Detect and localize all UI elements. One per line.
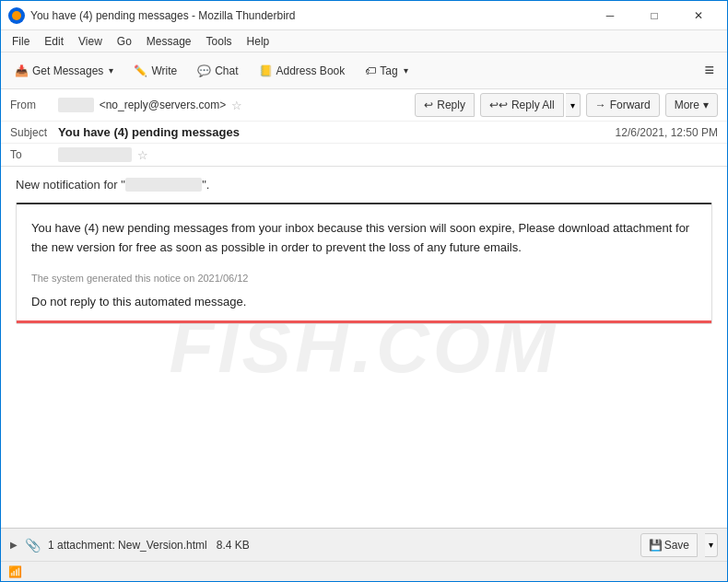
from-value: <no_reply@servers.com> ☆ — [58, 98, 415, 112]
menu-tools[interactable]: Tools — [199, 33, 240, 50]
more-label: More — [675, 99, 699, 111]
save-button[interactable]: 💾 Save — [640, 533, 698, 557]
reply-icon: ↩ — [424, 99, 433, 111]
reply-buttons: ↩ Reply ↩↩ Reply All ▾ → Forward More ▾ — [415, 93, 718, 117]
get-messages-arrow[interactable]: ▾ — [109, 65, 113, 76]
menu-message[interactable]: Message — [139, 33, 199, 50]
window-controls: ─ □ ✕ — [589, 1, 720, 30]
statusbar: ▶ 📎 1 attachment: New_Version.html 8.4 K… — [1, 528, 727, 561]
forward-button[interactable]: → Forward — [586, 93, 660, 117]
menu-help[interactable]: Help — [240, 33, 277, 50]
notification-name — [125, 178, 202, 192]
address-book-label: Address Book — [276, 64, 346, 77]
get-messages-button[interactable]: 📥 Get Messages ▾ — [6, 57, 122, 85]
message-footer-text: Do not reply to this automated message. — [31, 295, 697, 308]
tag-arrow[interactable]: ▾ — [404, 65, 408, 76]
from-row: From <no_reply@servers.com> ☆ ↩ Reply ↩↩… — [1, 89, 727, 122]
subject-label: Subject — [10, 126, 58, 139]
to-label: To — [10, 148, 58, 161]
to-row: To ☆ — [1, 144, 727, 166]
tag-button[interactable]: 🏷 Tag ▾ — [357, 57, 416, 85]
reply-all-icon: ↩↩ — [489, 99, 508, 111]
notification-text: New notification for " ". — [16, 178, 712, 192]
attachment-text: 1 attachment: New_Version.html 8.4 KB — [48, 539, 633, 552]
more-button[interactable]: More ▾ — [665, 93, 718, 117]
hamburger-menu[interactable]: ≡ — [697, 57, 722, 84]
write-label: Write — [151, 64, 177, 77]
wifi-icon: 📶 — [8, 565, 22, 578]
minimize-button[interactable]: ─ — [589, 1, 631, 30]
message-box: You have (4) new pending messages from y… — [16, 203, 712, 324]
menu-file[interactable]: File — [5, 33, 37, 50]
message-main-text: You have (4) new pending messages from y… — [31, 219, 697, 258]
menubar: File Edit View Go Message Tools Help — [1, 30, 727, 52]
menu-edit[interactable]: Edit — [37, 33, 71, 50]
save-icon: 💾 — [649, 539, 663, 552]
paperclip-icon: 📎 — [25, 538, 41, 553]
subject-row: Subject You have (4) pending messages 12… — [1, 122, 727, 144]
to-value — [58, 147, 132, 162]
address-book-icon: 📒 — [259, 64, 273, 77]
attachment-size: 8.4 KB — [217, 539, 250, 552]
reply-all-button[interactable]: ↩↩ Reply All — [480, 93, 564, 117]
reply-button[interactable]: ↩ Reply — [415, 93, 475, 117]
subject-value: You have (4) pending messages — [58, 125, 616, 139]
titlebar: You have (4) pending messages - Mozilla … — [1, 1, 727, 30]
get-messages-icon: 📥 — [15, 64, 29, 77]
expand-icon[interactable]: ▶ — [10, 540, 18, 550]
date-value: 12/6/2021, 12:50 PM — [616, 126, 718, 139]
email-body: FISH.COM New notification for " ". You h… — [1, 167, 727, 528]
reply-all-label: Reply All — [511, 99, 555, 111]
window-title: You have (4) pending messages - Mozilla … — [30, 9, 589, 22]
save-dropdown[interactable]: ▾ — [705, 533, 718, 557]
tag-label: Tag — [380, 64, 397, 77]
sender-name — [58, 98, 94, 112]
email-header: From <no_reply@servers.com> ☆ ↩ Reply ↩↩… — [1, 89, 727, 167]
reply-all-dropdown[interactable]: ▾ — [566, 93, 581, 117]
app-icon — [8, 7, 25, 24]
wifi-bar: 📶 — [1, 561, 727, 581]
chat-label: Chat — [215, 64, 238, 77]
sender-email: <no_reply@servers.com> — [100, 99, 227, 111]
address-book-button[interactable]: 📒 Address Book — [251, 57, 354, 85]
bottom-red-line — [17, 320, 711, 323]
forward-icon: → — [595, 99, 606, 111]
main-window: You have (4) pending messages - Mozilla … — [0, 0, 728, 582]
tag-icon: 🏷 — [365, 64, 376, 77]
reply-label: Reply — [437, 99, 465, 111]
toolbar: 📥 Get Messages ▾ ✏️ Write 💬 Chat 📒 Addre… — [1, 52, 727, 89]
chat-icon: 💬 — [197, 64, 211, 77]
menu-go[interactable]: Go — [110, 33, 139, 50]
get-messages-label: Get Messages — [32, 64, 103, 77]
more-dropdown-arrow: ▾ — [703, 99, 709, 111]
attachment-name: 1 attachment: New_Version.html — [48, 539, 207, 552]
write-icon: ✏️ — [134, 64, 147, 77]
to-star-icon[interactable]: ☆ — [137, 148, 148, 162]
star-icon[interactable]: ☆ — [231, 99, 242, 112]
menu-view[interactable]: View — [71, 33, 110, 50]
write-button[interactable]: ✏️ Write — [125, 57, 185, 85]
forward-label: Forward — [610, 99, 651, 111]
close-button[interactable]: ✕ — [677, 1, 720, 30]
message-notice-text: The system generated this notice on 2021… — [31, 273, 697, 284]
from-label: From — [10, 99, 58, 111]
chat-button[interactable]: 💬 Chat — [189, 57, 246, 85]
save-label: Save — [664, 539, 689, 552]
maximize-button[interactable]: □ — [633, 1, 675, 30]
